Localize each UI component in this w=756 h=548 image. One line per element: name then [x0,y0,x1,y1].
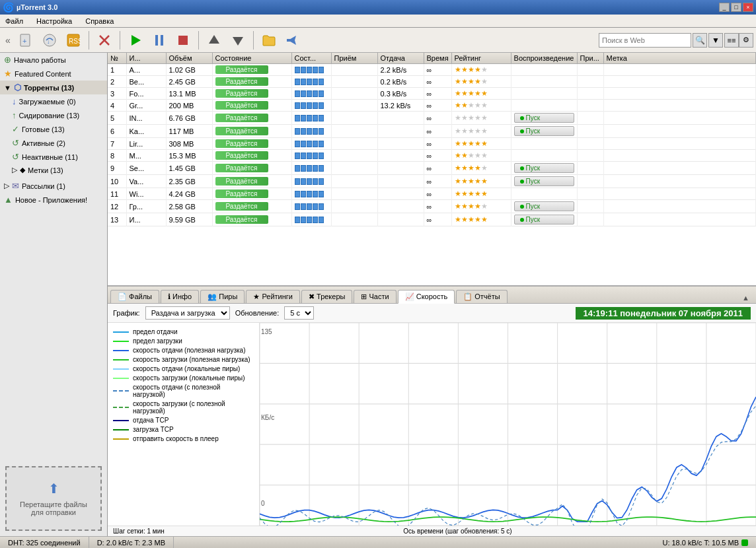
col-play[interactable]: Воспроизведение [511,53,577,64]
col-pri[interactable]: При... [577,53,603,64]
play-button[interactable]: Пуск [514,201,574,211]
col-time[interactable]: Время [424,53,451,64]
stop-button[interactable] [172,30,194,51]
table-row[interactable]: 3 Fo... 13.1 MB Раздаётся 0.3 kB/s ∞ ★★★… [108,88,756,100]
sidebar-item-apps[interactable]: ▲ Новое - Приложения! [0,193,107,207]
pause-button[interactable] [148,30,170,51]
tab-peers[interactable]: 👥 Пиры [200,290,245,303]
cell-send [377,213,424,226]
tab-info[interactable]: ℹ Инфо [161,290,199,303]
sidebar-item-labels[interactable]: ▷ ◆ Метки (13) [0,164,107,176]
legend-item: скорость отдачи (полезная нагрузка) [113,347,254,354]
table-row[interactable]: 7 Lir... 308 MB Раздаётся ∞ ★★★★★ [108,138,756,150]
detail-view-button[interactable]: ⚙ [739,33,753,48]
search-button[interactable]: 🔍 [693,33,707,48]
move-up-button[interactable] [203,30,225,51]
sidebar-item-getting-started[interactable]: ⊕ Начало работы [0,53,107,67]
graph-select[interactable]: Раздача и загрузка [145,306,230,320]
add-rss-button[interactable]: RSS [62,30,85,51]
cell-rating: ★★★★★ [451,188,511,200]
menu-settings[interactable]: Настройка [34,16,75,26]
play-button[interactable]: Пуск [514,215,574,224]
col-send[interactable]: Отдача [377,53,424,64]
share-button[interactable] [282,30,304,51]
search-area: 🔍 ▼ ≡≡ ⚙ [599,33,753,48]
sidebar-item-seeding[interactable]: ↑ Сидирование (13) [0,108,107,122]
drop-zone[interactable]: ⬆ Перетащите файлы для отправки [5,466,102,531]
tab-ratings[interactable]: ★ Рейтинги [246,290,300,303]
sidebar-item-rss[interactable]: ▷ ✉ Рассылки (1) [0,179,107,193]
list-view-button[interactable]: ≡≡ [724,33,739,48]
col-name[interactable]: И... [126,53,166,64]
search-input[interactable] [599,33,691,48]
cell-time: ∞ [424,125,451,138]
open-folder-button[interactable] [258,30,280,51]
table-row[interactable]: 12 Гр... 2.58 GB Раздаётся ∞ ★★★★★ Пуск [108,200,756,213]
col-done[interactable]: Сост... [291,53,331,64]
move-down-button[interactable] [227,30,249,51]
cell-time: ∞ [424,175,451,188]
graph-label: График: [113,309,140,317]
sidebar-item-downloading[interactable]: ↓ Загружаемые (0) [0,94,107,108]
tab-trackers[interactable]: ✖ Трекеры [301,290,352,303]
status-download: D: 2.0 kB/с T: 2.3 MB [89,537,174,548]
x-step-label: Шаг сетки: 1 мин [113,528,165,535]
tab-speed[interactable]: 📈 Скорость [398,290,455,304]
sidebar-item-inactive[interactable]: ↺ Неактивные (11) [0,150,107,164]
menu-help[interactable]: Справка [83,16,116,26]
remove-button[interactable] [93,30,116,51]
table-row[interactable]: 11 Wi... 4.24 GB Раздаётся ∞ ★★★★★ [108,188,756,200]
play-button[interactable]: Пуск [514,113,574,123]
col-rating[interactable]: Рейтинг [451,53,511,64]
cell-play [511,138,577,150]
tab-pieces[interactable]: ⊞ Части [354,290,396,303]
seeding-icon: ↑ [12,110,17,120]
play-button[interactable]: Пуск [514,176,574,186]
sidebar-item-active[interactable]: ↺ Активные (2) [0,136,107,150]
add-url-button[interactable]: ↓ [38,30,61,51]
close-button[interactable]: × [743,3,753,12]
table-row[interactable]: 4 Gr... 200 MB Раздаётся 13.2 kB/s ∞ ★★★… [108,100,756,112]
table-row[interactable]: 2 Be... 2.45 GB Раздаётся 0.2 kB/s ∞ ★★★… [108,76,756,88]
seeding-label: Сидирование (13) [19,112,80,120]
minimize-button[interactable]: _ [719,3,730,12]
cell-recv [331,213,377,226]
col-size[interactable]: Объём [166,53,212,64]
cell-status: Раздаётся [212,138,291,150]
table-row[interactable]: 9 Se... 1.45 GB Раздаётся ∞ ★★★★★ Пуск [108,162,756,175]
panel-collapse-button[interactable]: ▲ [738,292,753,303]
start-button[interactable] [124,30,147,51]
maximize-button[interactable]: □ [731,3,741,12]
svg-text:+: + [22,37,26,45]
menu-file[interactable]: Файл [3,16,26,26]
sidebar-item-complete[interactable]: ✓ Готовые (13) [0,122,107,136]
play-button[interactable]: Пуск [514,126,574,136]
table-row[interactable]: 10 Va... 2.35 GB Раздаётся ∞ ★★★★★ Пуск [108,175,756,188]
cell-name: IN... [126,112,166,125]
add-torrent-button[interactable]: + [15,30,37,51]
table-row[interactable]: 13 И... 9.59 GB Раздаётся ∞ ★★★★★ Пуск [108,213,756,226]
update-select[interactable]: 5 с [284,306,314,320]
cell-done [291,88,331,100]
table-row[interactable]: 1 А... 1.02 GB Раздаётся 2.2 kB/s ∞ ★★★★… [108,64,756,76]
table-row[interactable]: 5 IN... 6.76 GB Раздаётся ∞ ★★★★★ Пуск [108,112,756,125]
cell-label [603,188,755,200]
col-label[interactable]: Метка [603,53,755,64]
tab-files[interactable]: 📄 Файлы [110,290,159,303]
cell-recv [331,188,377,200]
sidebar-item-featured[interactable]: ★ Featured Content [0,67,107,81]
col-status[interactable]: Состояние [212,53,291,64]
table-row[interactable]: 6 Ka... 117 MB Раздаётся ∞ ★★★★★ Пуск [108,125,756,138]
cell-status: Раздаётся [212,150,291,162]
col-number[interactable]: № [108,53,126,64]
play-button[interactable]: Пуск [514,163,574,173]
table-row[interactable]: 8 M... 15.3 MB Раздаётся ∞ ★★★★★ [108,150,756,162]
content-area: № И... Объём Состояние Сост... Приём Отд… [108,53,756,536]
tab-reports[interactable]: 📋 Отчёты [456,290,507,303]
ratings-icon: ★ [253,292,260,300]
sidebar-section-torrents[interactable]: ▼ ⬡ Торренты (13) [0,81,107,94]
col-recv[interactable]: Приём [331,53,377,64]
cell-pri [577,213,603,226]
collapse-button[interactable]: « [3,34,13,47]
search-dropdown-button[interactable]: ▼ [708,33,723,48]
